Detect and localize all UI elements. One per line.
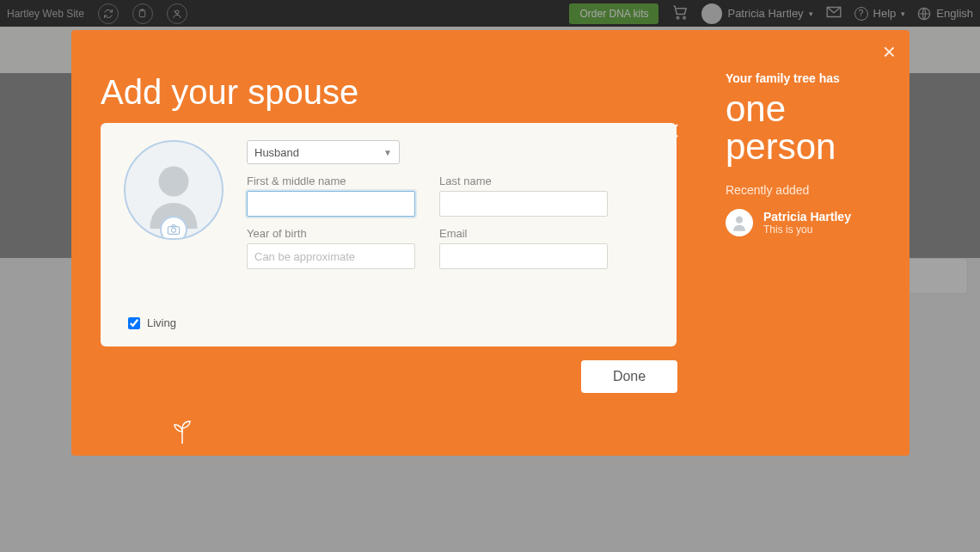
form-fields: Husband ▼ First & middle name Last name …	[247, 140, 659, 329]
recent-sub: This is you	[763, 224, 851, 236]
recent-text: Patricia Hartley This is you	[763, 210, 851, 236]
recent-avatar-icon	[726, 209, 753, 236]
year-field: Year of birth	[247, 227, 415, 269]
form-panel: Husband ▼ First & middle name Last name …	[101, 123, 677, 347]
year-label: Year of birth	[247, 227, 415, 240]
living-label: Living	[147, 316, 176, 329]
last-name-input[interactable]	[439, 191, 608, 217]
living-checkbox-row: Living	[128, 316, 176, 329]
email-input[interactable]	[439, 243, 608, 269]
living-checkbox[interactable]	[128, 317, 140, 329]
svg-point-10	[171, 228, 175, 232]
sprout-icon	[171, 414, 193, 447]
first-name-input[interactable]	[247, 191, 415, 217]
avatar-placeholder[interactable]	[124, 140, 224, 240]
first-name-field: First & middle name	[247, 175, 415, 217]
camera-icon[interactable]	[160, 216, 187, 240]
tree-count: one person	[726, 90, 889, 166]
add-spouse-modal: × Add your spouse Husband ▼ First & m	[71, 30, 910, 456]
recently-added-label: Recently added	[726, 183, 889, 197]
done-button[interactable]: Done	[581, 360, 677, 393]
modal-side-panel: Your family tree has one person Recently…	[726, 71, 889, 236]
last-name-label: Last name	[439, 175, 608, 187]
last-name-field: Last name	[439, 175, 608, 217]
tree-count-intro: Your family tree has	[726, 71, 889, 85]
email-label: Email	[439, 227, 608, 240]
email-field: Email	[439, 227, 608, 269]
first-name-label: First & middle name	[247, 175, 415, 187]
caret-down-icon: ▼	[383, 148, 392, 157]
year-input[interactable]	[247, 243, 415, 269]
recent-person-item[interactable]: Patricia Hartley This is you	[726, 209, 889, 236]
modal-close-button[interactable]: ×	[883, 39, 896, 65]
avatar-column	[118, 140, 230, 329]
modal-title: Add your spouse	[101, 73, 358, 112]
recent-name: Patricia Hartley	[763, 210, 851, 224]
svg-point-8	[159, 167, 189, 197]
relation-selected-value: Husband	[254, 146, 299, 159]
relation-select[interactable]: Husband ▼	[247, 140, 400, 164]
svg-point-11	[736, 217, 743, 224]
